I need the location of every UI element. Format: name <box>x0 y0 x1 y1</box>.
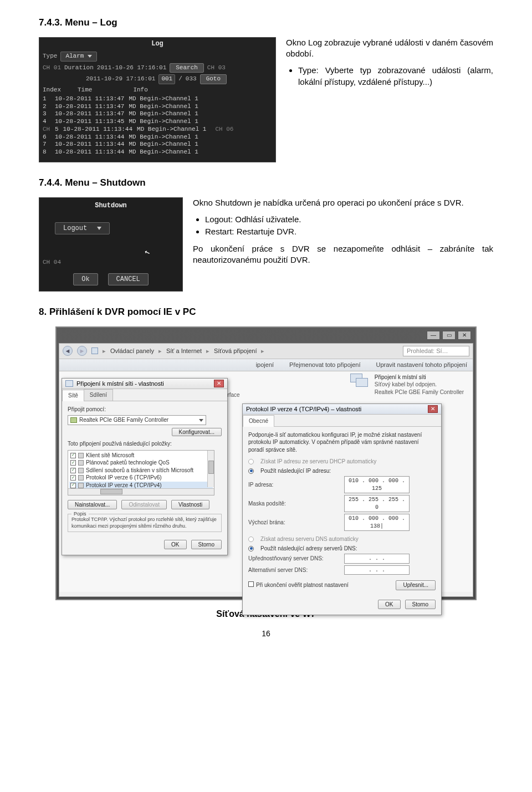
nav-back-button[interactable]: ◄ <box>63 346 73 356</box>
log-ch06-ghost: CH 06 <box>215 126 233 134</box>
dns1-input[interactable]: . . . <box>344 554 410 564</box>
component-icon <box>78 460 84 466</box>
validate-checkbox[interactable] <box>248 581 254 587</box>
tab-share[interactable]: Sdílení <box>84 389 113 401</box>
cancel-button[interactable]: Storno <box>405 600 436 610</box>
log-ch03-ghost: CH 03 <box>207 64 226 72</box>
tab-site[interactable]: Sítě <box>62 390 84 401</box>
shutdown-bullet-restart: Restart: Restartuje DVR. <box>205 226 493 237</box>
gateway-input[interactable]: 010 . 000 . 000 . 138| <box>344 514 410 531</box>
component-icon <box>78 475 84 481</box>
breadcrumb[interactable]: Síť a Internet <box>166 347 202 355</box>
list-item[interactable]: Plánovač paketů technologie QoS <box>69 459 213 467</box>
list-item[interactable]: Klient sítě Microsoft <box>69 452 213 459</box>
window-maximize-button[interactable]: ▭ <box>442 331 456 340</box>
list-item[interactable]: Sdílení souborů a tiskáren v sítích Micr… <box>69 467 213 474</box>
toolbar-item[interactable]: Upravit nastavení tohoto připojení <box>376 361 468 369</box>
list-item[interactable]: Protokol IP verze 6 (TCP/IPv6) <box>69 474 213 482</box>
ipv4-dhcp-label: Získat IP adresu ze serveru DHCP automat… <box>260 458 376 466</box>
tab-general[interactable]: Obecné <box>243 415 274 427</box>
shutdown-title: Shutdown <box>45 201 177 210</box>
list-item: 5 <box>55 126 59 134</box>
validate-label: Při ukončení ověřit platnost nastavení <box>256 582 349 588</box>
breadcrumb[interactable]: Síťová připojení <box>214 347 257 355</box>
network-connection-icon <box>350 374 369 389</box>
cancel-button[interactable]: Storno <box>191 540 222 550</box>
explorer-window: — ▭ ✕ ◄ ► ▸ Ovládací panely ▸ Síť a Inte… <box>55 326 477 600</box>
log-table: 110-28-2011 11:13:47MD Begin->Channel 1 … <box>43 95 272 156</box>
checkbox-icon[interactable] <box>70 475 76 481</box>
shutdown-dropdown[interactable]: Logout <box>55 222 110 234</box>
component-icon <box>78 483 84 488</box>
ip-input[interactable]: 010 . 000 . 000 . 125 <box>344 476 410 493</box>
lan-connection-item[interactable]: Připojení k místní síti Síťový kabel byl… <box>350 374 464 396</box>
address-bar: ◄ ► ▸ Ovládací panely ▸ Síť a Internet ▸… <box>59 344 473 359</box>
log-ch-ghost: CH <box>43 126 50 134</box>
checkbox-icon[interactable] <box>70 483 76 488</box>
breadcrumb[interactable]: Ovládací panely <box>110 347 154 355</box>
network-items-list[interactable]: Klient sítě Microsoft Plánovač paketů te… <box>68 450 214 495</box>
shutdown-ok-button[interactable]: Ok <box>73 273 98 285</box>
close-icon[interactable]: ✕ <box>428 405 438 413</box>
section-heading-ie: 8. Přihlášení k DVR pomocí IE v PC <box>39 306 493 319</box>
checkbox-icon[interactable] <box>70 468 76 473</box>
properties-button[interactable]: Vlastnosti <box>171 500 209 510</box>
nic-combo[interactable]: Realtek PCIe GBE Family Controller <box>68 415 206 425</box>
configure-button[interactable]: Konfigurovat... <box>172 428 222 436</box>
lan-state: Síťový kabel byl odpojen. <box>375 381 464 389</box>
window-close-button[interactable]: ✕ <box>458 331 471 340</box>
shutdown-intro: Okno Shutdown je nabídka určená pro oper… <box>193 197 493 208</box>
window-minimize-button[interactable]: — <box>427 331 440 340</box>
log-page-sep: / <box>178 75 182 83</box>
nav-forward-button[interactable]: ► <box>77 346 87 356</box>
log-duration-label: Duration <box>64 64 94 72</box>
radio-dhcp[interactable] <box>248 459 254 464</box>
chevron-down-icon <box>97 227 101 230</box>
log-type-dropdown[interactable]: Alarm <box>60 52 97 62</box>
log-ch01-ghost: CH 01 <box>43 64 61 72</box>
ok-button[interactable]: OK <box>378 600 400 610</box>
log-page-idx[interactable]: 001 <box>158 74 175 84</box>
advanced-button[interactable]: Upřesnit... <box>396 580 436 590</box>
radio-static-ip[interactable] <box>248 468 254 474</box>
lan-properties-dialog: Připojení k místní síti - vlastnosti ✕ S… <box>62 378 228 556</box>
install-button[interactable]: Nainstalovat... <box>68 500 117 510</box>
scrollbar-vertical[interactable] <box>207 451 214 487</box>
section-heading-log: 7.4.3. Menu – Log <box>39 17 493 29</box>
toolbar-item[interactable]: ipojení <box>256 361 274 369</box>
checkbox-icon[interactable] <box>70 460 76 466</box>
list-item: 4 <box>43 118 50 126</box>
radio-dns-manual[interactable] <box>248 546 254 551</box>
radio-dns-auto[interactable] <box>248 536 254 542</box>
log-search-button[interactable]: Search <box>170 63 204 73</box>
log-col-index: Index <box>43 86 61 94</box>
cursor-icon: ↖ <box>143 246 152 259</box>
network-icon <box>91 348 98 354</box>
lan-name: Připojení k místní síti <box>375 374 464 381</box>
search-input[interactable]: Prohledat: Sí… <box>403 346 469 356</box>
log-goto-button[interactable]: Goto <box>200 74 227 84</box>
dialog-title: Protokol IP verze 4 (TCP/IPv4) – vlastno… <box>246 405 361 413</box>
network-icon <box>65 380 73 387</box>
log-type-value: Alarm <box>65 53 84 60</box>
nic-icon <box>70 417 77 423</box>
checkbox-icon[interactable] <box>70 453 76 458</box>
page-number: 16 <box>39 629 493 639</box>
log-intro: Okno Log zobrazuje vybrané události v da… <box>286 37 493 60</box>
chevron-down-icon <box>88 55 92 58</box>
dns2-input[interactable]: . . . <box>344 565 410 575</box>
toolbar-item[interactable]: Přejmenovat toto připojení <box>289 361 360 369</box>
log-bullet-type: Type: Vyberte typ zobrazované události (… <box>298 65 493 88</box>
shutdown-cancel-button[interactable]: CANCEL <box>108 273 149 285</box>
close-icon[interactable]: ✕ <box>214 380 224 387</box>
log-date-from: 2011-10-26 17:16:01 <box>97 64 166 72</box>
uninstall-button[interactable]: Odinstalovat <box>121 500 167 510</box>
shutdown-bullet-logout: Logout: Odhlásí uživatele. <box>205 214 493 225</box>
dns2-label: Alternativní server DNS: <box>248 566 340 574</box>
nic-name: Realtek PCIe GBE Family Controller <box>79 416 168 424</box>
mask-input[interactable]: 255 . 255 . 255 . 0 <box>344 495 410 512</box>
scrollbar-horizontal[interactable] <box>68 488 214 495</box>
list-item: 6 <box>43 134 50 141</box>
dvr-shutdown-panel: Shutdown Logout ↖ CH 04 Ok CANCEL <box>39 197 183 292</box>
ok-button[interactable]: OK <box>164 540 186 550</box>
